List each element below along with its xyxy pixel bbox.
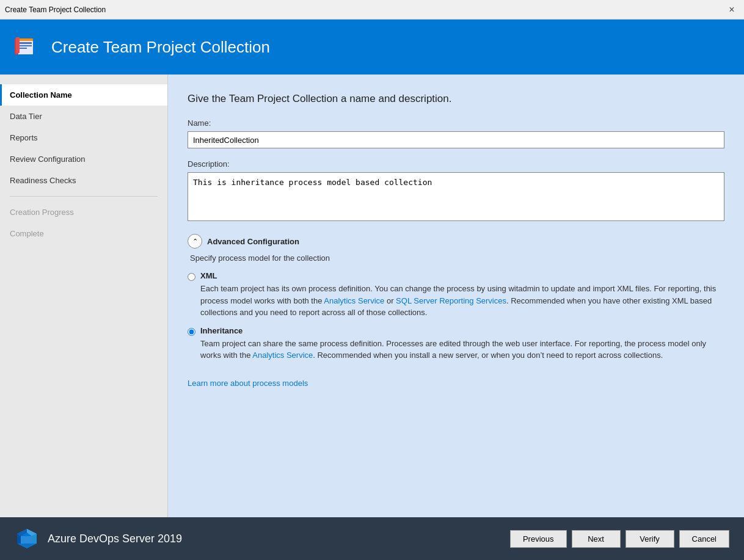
azure-devops-icon xyxy=(15,526,39,551)
inheritance-radio-content: Inheritance Team project can share the s… xyxy=(200,326,724,362)
header-title: Create Team Project Collection xyxy=(51,38,270,57)
sidebar-item-reports[interactable]: Reports xyxy=(0,127,167,148)
learn-more-section: Learn more about process models xyxy=(188,379,724,388)
svg-rect-4 xyxy=(18,45,32,46)
advanced-config-label: Advanced Configuration xyxy=(207,237,299,246)
previous-button[interactable]: Previous xyxy=(510,530,567,548)
sql-server-link[interactable]: SQL Server Reporting Services xyxy=(396,296,506,305)
svg-rect-5 xyxy=(18,48,27,49)
content-heading: Give the Team Project Collection a name … xyxy=(188,93,724,105)
content-panel: Give the Team Project Collection a name … xyxy=(168,75,744,517)
name-label: Name: xyxy=(188,118,724,128)
xml-radio-label: XML xyxy=(200,271,724,280)
xml-desc-mid: or xyxy=(384,296,396,305)
footer: Azure DevOps Server 2019 Previous Next V… xyxy=(0,517,744,560)
title-bar-text: Create Team Project Collection xyxy=(5,5,106,14)
sidebar-divider xyxy=(10,196,158,197)
inheritance-radio[interactable] xyxy=(188,328,195,336)
sidebar: Collection Name Data Tier Reports Review… xyxy=(0,75,168,517)
sidebar-item-review-configuration[interactable]: Review Configuration xyxy=(0,148,167,170)
sidebar-item-creation-progress: Creation Progress xyxy=(0,202,167,223)
specify-label: Specify process model for the collection xyxy=(190,253,724,263)
name-input[interactable] xyxy=(188,131,724,148)
description-label: Description: xyxy=(188,159,724,169)
footer-brand-text: Azure DevOps Server 2019 xyxy=(48,533,182,545)
sidebar-item-complete: Complete xyxy=(0,223,167,244)
main-area: Collection Name Data Tier Reports Review… xyxy=(0,75,744,517)
svg-marker-14 xyxy=(21,536,32,544)
sidebar-item-readiness-checks[interactable]: Readiness Checks xyxy=(0,170,167,191)
learn-more-link[interactable]: Learn more about process models xyxy=(188,379,308,388)
svg-rect-3 xyxy=(18,42,32,44)
inheritance-radio-desc: Team project can share the same process … xyxy=(200,338,724,362)
close-button[interactable]: × xyxy=(724,2,739,17)
xml-radio[interactable] xyxy=(188,273,195,281)
advanced-config-header[interactable]: ⌃ Advanced Configuration xyxy=(188,234,724,249)
next-button[interactable]: Next xyxy=(572,530,621,548)
xml-radio-content: XML Each team project has its own proces… xyxy=(200,271,724,319)
sidebar-item-data-tier[interactable]: Data Tier xyxy=(0,106,167,127)
xml-radio-option: XML Each team project has its own proces… xyxy=(188,271,724,319)
chevron-up-icon[interactable]: ⌃ xyxy=(188,234,202,249)
inheritance-radio-label: Inheritance xyxy=(200,326,724,335)
title-bar: Create Team Project Collection × xyxy=(0,0,744,20)
dialog-header: Create Team Project Collection xyxy=(0,20,744,75)
inheritance-desc-end: . Recommended when you install a new ser… xyxy=(313,351,663,360)
description-textarea[interactable]: This is inheritance process model based … xyxy=(188,172,724,221)
sidebar-item-collection-name[interactable]: Collection Name xyxy=(0,84,167,106)
analytics-service-link-inheritance[interactable]: Analytics Service xyxy=(252,351,313,360)
verify-button[interactable]: Verify xyxy=(625,530,674,548)
xml-radio-desc: Each team project has its own process de… xyxy=(200,283,724,319)
svg-rect-7 xyxy=(16,37,20,53)
footer-buttons: Previous Next Verify Cancel xyxy=(510,530,729,548)
footer-brand: Azure DevOps Server 2019 xyxy=(15,526,182,551)
analytics-service-link-xml[interactable]: Analytics Service xyxy=(324,296,384,305)
collection-icon xyxy=(12,32,42,62)
inheritance-radio-option: Inheritance Team project can share the s… xyxy=(188,326,724,362)
cancel-button[interactable]: Cancel xyxy=(679,530,729,548)
